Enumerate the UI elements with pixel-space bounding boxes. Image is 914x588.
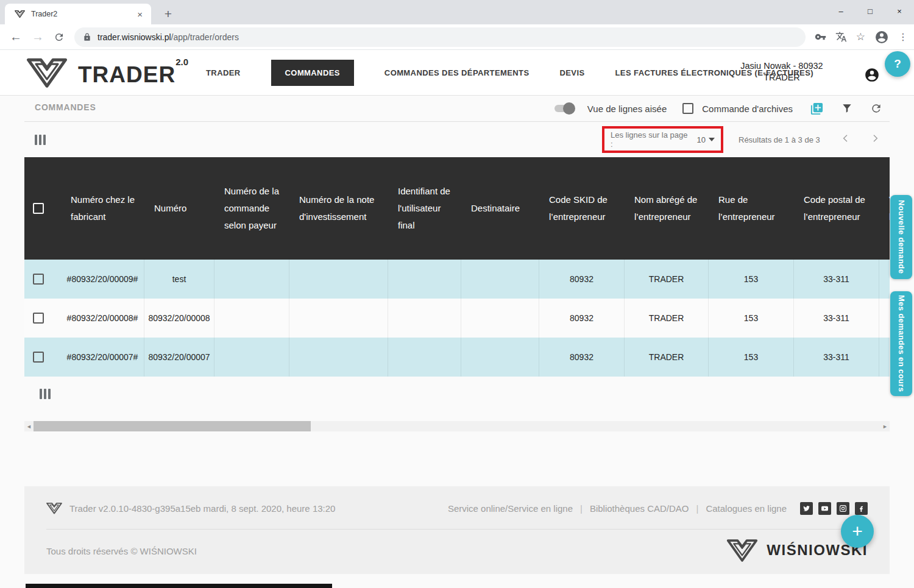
table-cell [214,299,289,338]
version-text: Trader v2.0.10-4830-g395a15eb mardi, 8 s… [69,503,335,514]
scroll-left-icon[interactable]: ◄ [26,423,32,430]
instagram-icon[interactable] [837,502,849,515]
table-cell: 33-311 [794,338,879,377]
scroll-right-icon[interactable]: ► [882,423,888,430]
row-checkbox[interactable] [33,352,44,363]
column-header[interactable]: Numéro [144,157,214,260]
window-maximize-button[interactable]: □ [856,0,885,22]
table-row[interactable]: #80932/20/00008#80932/20/0000880932TRADE… [24,299,890,338]
column-header[interactable]: Code SKID de l’entrepreneur [539,157,625,260]
table-cell [461,299,539,338]
column-header[interactable]: Nom abrégé de l’entrepreneur [625,157,709,260]
help-button[interactable]: ? [885,51,910,77]
table-cell: TRADER [625,260,709,299]
youtube-icon[interactable] [818,502,831,515]
lock-icon [83,33,91,41]
new-tab-button[interactable]: + [160,5,177,23]
user-role: TRADER [706,73,858,82]
column-header[interactable]: Identifiant de l'utilisateur final [388,157,461,260]
column-header[interactable]: Destinataire [461,157,539,260]
chevron-down-icon[interactable] [709,138,715,141]
column-header[interactable]: Numéro de la note d'investissement [289,157,388,260]
side-tab-my-requests[interactable]: Mes demandes en cours [890,291,912,396]
reload-icon[interactable] [54,32,65,43]
column-header[interactable]: Ville de l’entrepreneur [879,157,890,260]
twitter-icon[interactable] [800,502,813,515]
table-row[interactable]: #80932/20/00007#80932/20/0000780932TRADE… [24,338,890,377]
column-header[interactable]: Rue de l’entrepreneur [709,157,794,260]
table-cell: 80932/20/00007 [144,338,214,377]
table-cell [289,338,388,377]
brand-title: TRADER2.0 [78,57,188,88]
table-cell: #80932/20/00009# [61,260,144,299]
page-title: COMMANDES [35,102,96,112]
back-icon[interactable]: ← [10,30,22,44]
column-header[interactable]: Code postal de l’entrepreneur [794,157,879,260]
footer-link[interactable]: Bibliothèques CAD/DAO [590,503,689,514]
nav-item-commandes-des-d-partements[interactable]: COMMANDES DES DÉPARTEMENTS [384,68,530,77]
tab-close-icon[interactable]: × [135,9,145,20]
browser-toolbar: ← → trader.wisniowski.pl/app/trader/orde… [0,24,914,50]
next-page-icon[interactable] [870,133,880,146]
column-header[interactable]: Numéro chez le fabricant [61,157,144,260]
translate-icon[interactable] [835,31,847,43]
table-cell: test [144,260,214,299]
row-checkbox[interactable] [33,313,44,324]
window-close-button[interactable]: × [885,0,914,22]
rows-per-page-value[interactable]: 10 [697,135,706,144]
column-picker-icon[interactable] [35,135,48,147]
app-logo[interactable]: TRADER2.0 [24,57,188,88]
select-all-checkbox[interactable] [33,203,44,214]
tab-title: Trader2 [31,10,135,18]
url-text: trader.wisniowski.pl/app/trader/orders [97,32,239,42]
footer: Trader v2.0.10-4830-g395a15eb mardi, 8 s… [24,486,890,574]
rows-per-page-highlight-box[interactable]: Les lignes sur la page : 10 [602,126,723,153]
filter-icon[interactable] [841,102,853,115]
row-checkbox[interactable] [33,274,44,285]
nav-item-trader[interactable]: TRADER [206,68,241,77]
table-cell: 33-311 [794,260,879,299]
orders-table: Numéro chez le fabricantNuméroNuméro de … [24,157,890,377]
footer-link[interactable]: Catalogues en ligne [706,503,787,514]
easy-rows-toggle[interactable] [553,102,575,115]
bottom-strip [26,584,332,588]
forward-icon: → [32,30,44,44]
column-header[interactable]: Numéro de la commande selon payeur [214,157,289,260]
table-row[interactable]: #80932/20/00009#test80932TRADER15333-311 [24,260,890,299]
row-checkbox-cell [24,338,61,377]
refresh-icon[interactable] [870,102,882,115]
table-cell [289,260,388,299]
account-icon[interactable] [864,67,880,85]
browser-tab[interactable]: Trader2 × [5,4,151,24]
browser-menu-icon[interactable]: ⋮ [898,31,908,43]
table-cell: 33-311 [794,299,879,338]
results-summary: Résultats de 1 à 3 de 3 [739,135,820,144]
column-picker-icon[interactable] [40,389,52,402]
social-icons [800,502,868,515]
table-cell: 80932/20/00008 [144,299,214,338]
url-bar[interactable]: trader.wisniowski.pl/app/trader/orders [74,27,806,47]
browser-avatar-icon[interactable] [874,30,889,44]
window-minimize-button[interactable]: – [826,0,856,22]
rows-per-page-label: Les lignes sur la page : [611,130,689,149]
footer-link[interactable]: Service online/Service en ligne [448,503,573,514]
side-tab-new-request[interactable]: Nouvelle demande [890,195,912,279]
window-titlebar: Trader2 × + – □ × [0,0,914,24]
table-header: Numéro chez le fabricantNuméroNuméro de … [24,157,890,260]
nav-item-devis[interactable]: DEVIS [560,68,585,77]
user-name: Jasiu Nowak - 80932 [706,61,858,71]
bookmark-star-icon[interactable]: ☆ [856,30,865,43]
add-to-list-icon[interactable] [810,102,824,116]
table-cell [879,338,890,377]
horizontal-scrollbar[interactable]: ◄ ► [24,421,890,431]
table-cell [214,338,289,377]
add-button[interactable]: + [841,515,874,548]
copyright-text: Tous droits réservés © WIŚNIOWSKI [46,546,197,556]
scrollbar-thumb[interactable] [34,421,311,431]
previous-page-icon[interactable] [841,133,851,146]
archive-orders-checkbox[interactable] [682,103,693,114]
password-key-icon[interactable] [815,31,826,43]
facebook-icon[interactable] [855,502,868,515]
nav-item-commandes[interactable]: COMMANDES [271,60,354,86]
user-info[interactable]: Jasiu Nowak - 80932 TRADER [706,61,858,82]
